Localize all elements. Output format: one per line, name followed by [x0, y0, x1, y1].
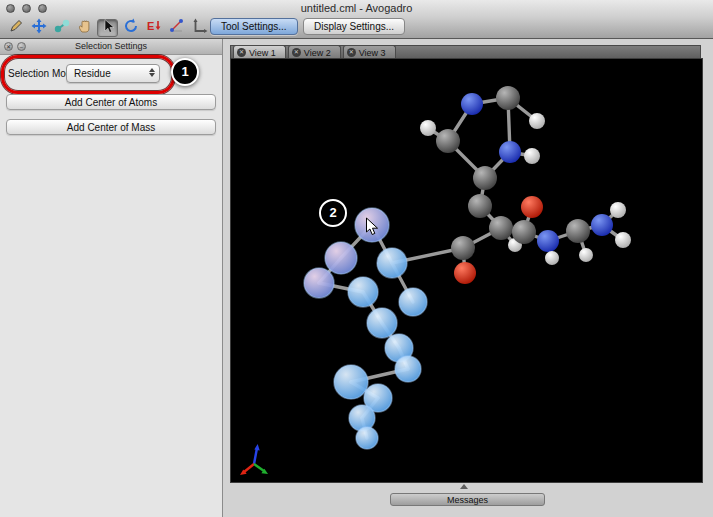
- atom-P[interactable]: [304, 268, 334, 298]
- atom-C[interactable]: [512, 220, 536, 244]
- tab-close-icon[interactable]: ✕: [292, 48, 301, 57]
- window-header: untitled.cml - Avogadro: [0, 0, 713, 39]
- measure-icon: [169, 18, 185, 37]
- manipulate-tool-button[interactable]: [74, 19, 95, 37]
- atom-C[interactable]: [489, 216, 513, 240]
- tab-label: View 3: [359, 48, 386, 58]
- toolbar: E Tool Settings... Display Settings...: [0, 17, 713, 38]
- atom-S[interactable]: [356, 427, 378, 449]
- tab-close-icon[interactable]: ✕: [237, 48, 246, 57]
- tab-view-3[interactable]: ✕ View 3: [343, 45, 396, 59]
- hand-icon: [77, 18, 93, 37]
- avogadro-window: untitled.cml - Avogadro: [0, 0, 713, 517]
- atom-N[interactable]: [499, 141, 521, 163]
- selection-mode-select[interactable]: Residue: [66, 64, 160, 83]
- atom-N[interactable]: [591, 214, 613, 236]
- popup-arrows-icon: [149, 68, 155, 77]
- atom-P[interactable]: [325, 242, 357, 274]
- atom-H[interactable]: [579, 248, 593, 262]
- selection-tool-button[interactable]: [97, 19, 118, 37]
- molecule-render[interactable]: [231, 59, 702, 482]
- bond-icon: [54, 18, 70, 37]
- cursor-pointer: [365, 217, 379, 236]
- bond-centric-tool-button[interactable]: [51, 19, 72, 37]
- atom-S[interactable]: [399, 288, 427, 316]
- axes-icon: [192, 18, 208, 37]
- messages-caret-icon[interactable]: [460, 484, 468, 489]
- selection-mode-value: Residue: [74, 68, 111, 79]
- tab-label: View 2: [304, 48, 331, 58]
- atom-H[interactable]: [420, 120, 436, 136]
- view-tabbar: ✕ View 1 ✕ View 2 ✕ View 3: [230, 45, 701, 59]
- navigate-cross-icon: [31, 18, 47, 37]
- measure-tool-button[interactable]: [166, 19, 187, 37]
- panel-header: ✕ − Selection Settings: [0, 39, 222, 55]
- pencil-icon: [8, 18, 24, 37]
- panel-title: Selection Settings: [0, 41, 222, 51]
- atom-C[interactable]: [496, 86, 520, 110]
- atom-O[interactable]: [454, 262, 476, 284]
- atom-H[interactable]: [524, 148, 540, 164]
- tool-settings-button[interactable]: Tool Settings...: [210, 18, 298, 35]
- atom-S[interactable]: [348, 277, 378, 307]
- main-area: ✕ View 1 ✕ View 2 ✕ View 3: [223, 39, 713, 517]
- display-settings-button[interactable]: Display Settings...: [303, 18, 405, 35]
- axes-indicator: [239, 444, 273, 476]
- atom-S[interactable]: [395, 356, 421, 382]
- atom-C[interactable]: [566, 219, 590, 243]
- atom-C[interactable]: [468, 194, 492, 218]
- annotation-callout-1: 1: [171, 58, 199, 86]
- atom-S[interactable]: [334, 365, 368, 399]
- rotate-arrow-icon: [123, 18, 139, 37]
- svg-text:E: E: [147, 20, 154, 32]
- atom-N[interactable]: [537, 230, 559, 252]
- tool-buttons: E: [0, 19, 210, 37]
- tab-view-2[interactable]: ✕ View 2: [288, 45, 341, 59]
- navigate-tool-button[interactable]: [28, 19, 49, 37]
- align-tool-button[interactable]: [189, 19, 210, 37]
- atom-H[interactable]: [615, 232, 631, 248]
- atom-H[interactable]: [545, 251, 559, 265]
- annotation-callout-2: 2: [319, 199, 347, 227]
- titlebar: untitled.cml - Avogadro: [0, 0, 713, 17]
- atom-S[interactable]: [377, 248, 407, 278]
- atom-H[interactable]: [610, 202, 626, 218]
- tab-close-icon[interactable]: ✕: [347, 48, 356, 57]
- 3d-viewport[interactable]: 2: [230, 58, 703, 483]
- atom-C[interactable]: [436, 129, 460, 153]
- auto-optimize-tool-button[interactable]: E: [143, 19, 164, 37]
- atom-O[interactable]: [521, 196, 543, 218]
- draw-tool-button[interactable]: [5, 19, 26, 37]
- selection-arrow-icon: [100, 18, 116, 37]
- optimize-icon: E: [146, 18, 162, 37]
- tab-view-1[interactable]: ✕ View 1: [233, 45, 286, 59]
- atom-S[interactable]: [367, 308, 397, 338]
- selection-settings-panel: ✕ − Selection Settings Selection Mode: R…: [0, 39, 223, 517]
- add-center-of-atoms-button[interactable]: Add Center of Atoms: [6, 94, 216, 110]
- atom-H[interactable]: [529, 113, 545, 129]
- atom-N[interactable]: [461, 93, 483, 115]
- atom-C[interactable]: [473, 166, 497, 190]
- window-title: untitled.cml - Avogadro: [0, 2, 713, 14]
- tab-label: View 1: [249, 48, 276, 58]
- atom-C[interactable]: [451, 236, 475, 260]
- add-center-of-mass-button[interactable]: Add Center of Mass: [6, 119, 216, 135]
- auto-rotate-tool-button[interactable]: [120, 19, 141, 37]
- messages-button[interactable]: Messages: [390, 493, 545, 506]
